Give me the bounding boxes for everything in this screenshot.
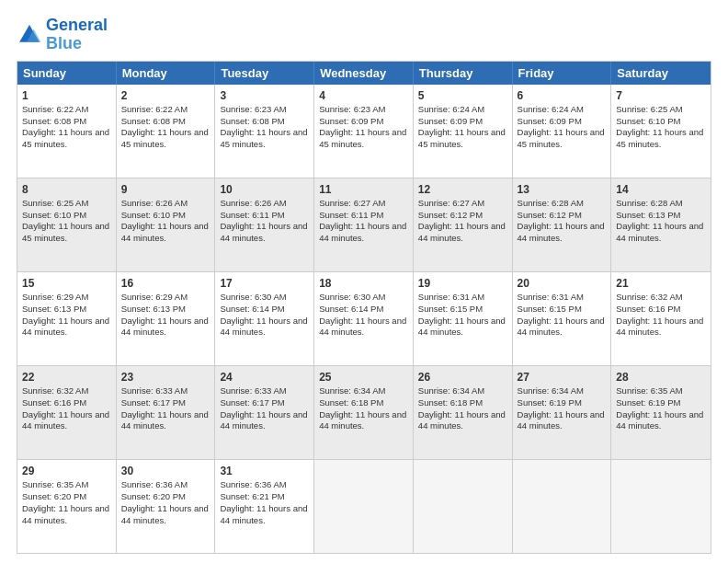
day-info: Sunrise: 6:31 AMSunset: 6:15 PMDaylight:… [418, 292, 506, 337]
day-number: 4 [319, 88, 408, 103]
day-info: Sunrise: 6:22 AMSunset: 6:08 PMDaylight:… [22, 104, 109, 149]
day-number: 10 [220, 182, 309, 197]
day-cell-23: 23Sunrise: 6:33 AMSunset: 6:17 PMDayligh… [117, 366, 216, 459]
day-cell-24: 24Sunrise: 6:33 AMSunset: 6:17 PMDayligh… [215, 366, 314, 459]
calendar-body: 1Sunrise: 6:22 AMSunset: 6:08 PMDaylight… [17, 85, 711, 553]
day-cell-13: 13Sunrise: 6:28 AMSunset: 6:12 PMDayligh… [513, 178, 612, 271]
day-number: 29 [22, 464, 111, 478]
day-number: 13 [518, 182, 607, 197]
day-number: 31 [220, 464, 309, 478]
calendar-row-1: 1Sunrise: 6:22 AMSunset: 6:08 PMDaylight… [17, 85, 711, 178]
day-cell-30: 30Sunrise: 6:36 AMSunset: 6:20 PMDayligh… [117, 460, 216, 553]
calendar-header: SundayMondayTuesdayWednesdayThursdayFrid… [17, 62, 711, 85]
day-info: Sunrise: 6:33 AMSunset: 6:17 PMDaylight:… [220, 385, 307, 431]
day-info: Sunrise: 6:29 AMSunset: 6:13 PMDaylight:… [121, 292, 209, 337]
day-number: 27 [518, 370, 607, 385]
day-number: 24 [220, 370, 309, 385]
day-info: Sunrise: 6:34 AMSunset: 6:19 PMDaylight:… [518, 385, 605, 431]
day-info: Sunrise: 6:26 AMSunset: 6:10 PMDaylight:… [121, 198, 209, 243]
day-info: Sunrise: 6:22 AMSunset: 6:08 PMDaylight:… [121, 104, 209, 149]
day-info: Sunrise: 6:28 AMSunset: 6:13 PMDaylight:… [616, 198, 703, 243]
day-number: 18 [319, 276, 408, 291]
calendar-row-3: 15Sunrise: 6:29 AMSunset: 6:13 PMDayligh… [17, 271, 711, 365]
day-number: 11 [319, 182, 408, 197]
day-cell-15: 15Sunrise: 6:29 AMSunset: 6:13 PMDayligh… [17, 272, 117, 365]
day-info: Sunrise: 6:23 AMSunset: 6:08 PMDaylight:… [220, 104, 307, 149]
day-info: Sunrise: 6:26 AMSunset: 6:11 PMDaylight:… [220, 198, 307, 243]
day-number: 28 [616, 370, 706, 385]
day-number: 19 [418, 276, 507, 291]
day-cell-21: 21Sunrise: 6:32 AMSunset: 6:16 PMDayligh… [611, 272, 711, 365]
day-info: Sunrise: 6:36 AMSunset: 6:21 PMDaylight:… [220, 479, 307, 524]
day-cell-4: 4Sunrise: 6:23 AMSunset: 6:09 PMDaylight… [314, 85, 414, 178]
day-info: Sunrise: 6:36 AMSunset: 6:20 PMDaylight:… [121, 479, 209, 524]
day-cell-28: 28Sunrise: 6:35 AMSunset: 6:19 PMDayligh… [611, 366, 711, 459]
day-info: Sunrise: 6:27 AMSunset: 6:12 PMDaylight:… [418, 198, 506, 243]
calendar-row-2: 8Sunrise: 6:25 AMSunset: 6:10 PMDaylight… [17, 178, 711, 271]
day-cell-7: 7Sunrise: 6:25 AMSunset: 6:10 PMDaylight… [611, 85, 711, 178]
header-day-thursday: Thursday [414, 62, 513, 85]
day-cell-5: 5Sunrise: 6:24 AMSunset: 6:09 PMDaylight… [414, 85, 513, 178]
day-number: 1 [22, 88, 111, 103]
day-cell-6: 6Sunrise: 6:24 AMSunset: 6:09 PMDaylight… [513, 85, 612, 178]
header-day-wednesday: Wednesday [314, 62, 414, 85]
empty-cell [611, 460, 711, 553]
day-number: 9 [121, 182, 210, 197]
day-info: Sunrise: 6:24 AMSunset: 6:09 PMDaylight:… [418, 104, 506, 149]
empty-cell [314, 460, 414, 553]
day-cell-31: 31Sunrise: 6:36 AMSunset: 6:21 PMDayligh… [215, 460, 314, 553]
day-info: Sunrise: 6:30 AMSunset: 6:14 PMDaylight:… [220, 292, 307, 337]
day-number: 21 [616, 276, 706, 291]
day-info: Sunrise: 6:33 AMSunset: 6:17 PMDaylight:… [121, 385, 209, 431]
day-info: Sunrise: 6:27 AMSunset: 6:11 PMDaylight:… [319, 198, 406, 243]
day-info: Sunrise: 6:34 AMSunset: 6:18 PMDaylight:… [319, 385, 406, 431]
day-info: Sunrise: 6:24 AMSunset: 6:09 PMDaylight:… [518, 104, 605, 149]
day-cell-3: 3Sunrise: 6:23 AMSunset: 6:08 PMDaylight… [215, 85, 314, 178]
day-info: Sunrise: 6:32 AMSunset: 6:16 PMDaylight:… [616, 292, 703, 337]
day-info: Sunrise: 6:30 AMSunset: 6:14 PMDaylight:… [319, 292, 406, 337]
day-number: 17 [220, 276, 309, 291]
day-number: 30 [121, 464, 210, 478]
day-cell-8: 8Sunrise: 6:25 AMSunset: 6:10 PMDaylight… [17, 178, 117, 271]
day-number: 15 [22, 276, 111, 291]
day-cell-20: 20Sunrise: 6:31 AMSunset: 6:15 PMDayligh… [513, 272, 612, 365]
header-day-sunday: Sunday [17, 62, 117, 85]
day-cell-9: 9Sunrise: 6:26 AMSunset: 6:10 PMDaylight… [117, 178, 216, 271]
day-number: 8 [22, 182, 111, 197]
day-cell-27: 27Sunrise: 6:34 AMSunset: 6:19 PMDayligh… [513, 366, 612, 459]
day-info: Sunrise: 6:32 AMSunset: 6:16 PMDaylight:… [22, 385, 109, 431]
day-cell-2: 2Sunrise: 6:22 AMSunset: 6:08 PMDaylight… [117, 85, 216, 178]
day-cell-14: 14Sunrise: 6:28 AMSunset: 6:13 PMDayligh… [611, 178, 711, 271]
day-number: 14 [616, 182, 706, 197]
day-cell-25: 25Sunrise: 6:34 AMSunset: 6:18 PMDayligh… [314, 366, 414, 459]
day-number: 2 [121, 88, 210, 103]
day-info: Sunrise: 6:31 AMSunset: 6:15 PMDaylight:… [518, 292, 605, 337]
page: General Blue SundayMondayTuesdayWednesda… [0, 0, 728, 563]
day-cell-1: 1Sunrise: 6:22 AMSunset: 6:08 PMDaylight… [17, 85, 117, 178]
day-cell-22: 22Sunrise: 6:32 AMSunset: 6:16 PMDayligh… [17, 366, 117, 459]
header: General Blue [17, 17, 711, 53]
day-number: 26 [418, 370, 507, 385]
day-number: 12 [418, 182, 507, 197]
day-cell-26: 26Sunrise: 6:34 AMSunset: 6:18 PMDayligh… [414, 366, 513, 459]
day-info: Sunrise: 6:25 AMSunset: 6:10 PMDaylight:… [22, 198, 109, 243]
day-cell-12: 12Sunrise: 6:27 AMSunset: 6:12 PMDayligh… [414, 178, 513, 271]
day-cell-18: 18Sunrise: 6:30 AMSunset: 6:14 PMDayligh… [314, 272, 414, 365]
header-day-tuesday: Tuesday [215, 62, 314, 85]
day-info: Sunrise: 6:35 AMSunset: 6:19 PMDaylight:… [616, 385, 703, 431]
logo-text: General Blue [46, 17, 108, 53]
header-day-saturday: Saturday [611, 62, 711, 85]
header-day-monday: Monday [117, 62, 216, 85]
day-cell-10: 10Sunrise: 6:26 AMSunset: 6:11 PMDayligh… [215, 178, 314, 271]
day-number: 16 [121, 276, 210, 291]
day-number: 3 [220, 88, 309, 103]
day-number: 20 [518, 276, 607, 291]
day-info: Sunrise: 6:23 AMSunset: 6:09 PMDaylight:… [319, 104, 406, 149]
day-number: 5 [418, 88, 507, 103]
day-info: Sunrise: 6:25 AMSunset: 6:10 PMDaylight:… [616, 104, 703, 149]
logo-icon [17, 22, 42, 48]
day-number: 22 [22, 370, 111, 385]
day-number: 6 [518, 88, 607, 103]
calendar: SundayMondayTuesdayWednesdayThursdayFrid… [17, 61, 711, 554]
day-number: 23 [121, 370, 210, 385]
